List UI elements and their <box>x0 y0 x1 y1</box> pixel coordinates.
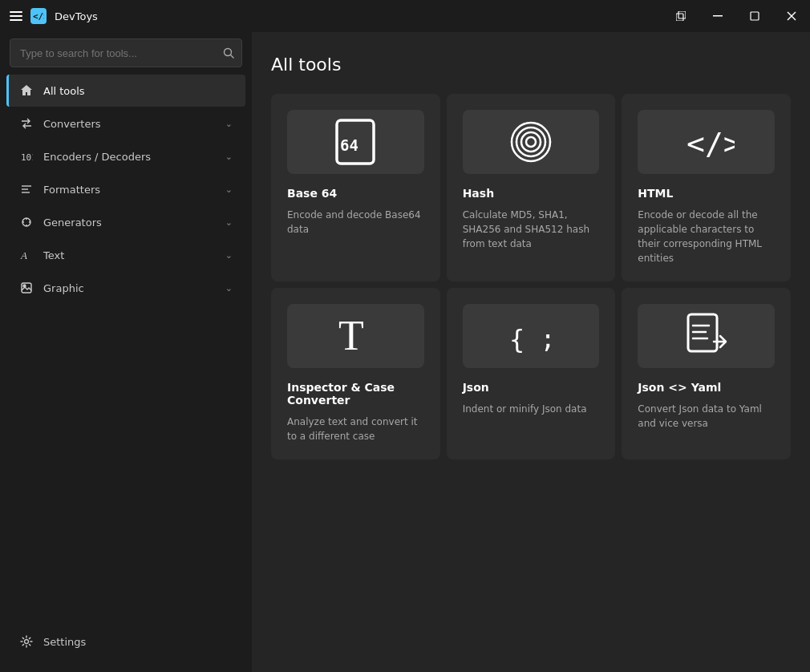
title-bar: </> DevToys <box>0 0 810 32</box>
main-layout: All tools Converters ⌄ 101 <box>0 32 810 672</box>
sidebar-footer: Settings <box>0 619 252 664</box>
settings-icon <box>19 634 34 649</box>
content-area: All tools 64 Base 64 Encode and decode B… <box>252 32 810 672</box>
sidebar-item-text[interactable]: A Text ⌄ <box>6 239 245 271</box>
tool-icon-json-yaml <box>638 304 775 368</box>
nav-items: All tools Converters ⌄ 101 <box>0 74 252 619</box>
tool-card-json[interactable]: { ; } Json Indent or minify Json data <box>447 288 616 459</box>
svg-rect-4 <box>751 12 759 20</box>
chevron-down-icon: ⌄ <box>225 184 233 195</box>
tool-desc: Indent or minify Json data <box>463 402 600 416</box>
svg-text:</>: </> <box>33 11 44 22</box>
tool-icon-html: </> <box>638 110 775 174</box>
tool-name: Base 64 <box>287 187 424 200</box>
tool-card-hash[interactable]: Hash Calculate MD5, SHA1, SHA256 and SHA… <box>447 94 616 281</box>
home-icon <box>19 83 34 98</box>
tool-icon-inspector: T <box>287 304 424 368</box>
tool-icon-base64: 64 <box>287 110 424 174</box>
tool-icon-json: { ; } <box>463 304 600 368</box>
page-title: All tools <box>271 55 791 75</box>
minimize-button[interactable] <box>699 0 736 32</box>
sidebar-item-label: Converters <box>43 118 216 130</box>
chevron-down-icon: ⌄ <box>225 217 233 228</box>
sidebar-item-all-tools[interactable]: All tools <box>6 75 245 107</box>
chevron-down-icon: ⌄ <box>225 119 233 129</box>
tool-name: Inspector & Case Converter <box>287 381 424 407</box>
sidebar-item-converters[interactable]: Converters ⌄ <box>6 107 245 140</box>
svg-text:A: A <box>20 249 27 261</box>
app-icon: </> <box>30 8 47 24</box>
generate-icon <box>19 215 34 229</box>
tool-desc: Encode and decode Base64 data <box>287 208 424 237</box>
svg-text:{ ; }: { ; } <box>509 324 559 354</box>
svg-point-17 <box>25 640 29 644</box>
sidebar-item-formatters[interactable]: Formatters ⌄ <box>6 173 245 205</box>
app-title: DevToys <box>55 10 98 22</box>
format-icon <box>19 182 34 196</box>
restore-button[interactable] <box>662 0 699 32</box>
search-bar <box>10 38 242 67</box>
text-icon: A <box>19 248 34 262</box>
sidebar-item-generators[interactable]: Generators ⌄ <box>6 206 245 238</box>
tool-desc: Analyze text and convert it to a differe… <box>287 415 424 443</box>
graphic-icon <box>19 281 34 295</box>
sidebar-item-label: Generators <box>43 217 216 229</box>
tool-card-html[interactable]: </> HTML Encode or decode all the applic… <box>622 94 791 281</box>
svg-text:64: 64 <box>340 136 358 154</box>
sidebar-item-graphic[interactable]: Graphic ⌄ <box>6 272 245 304</box>
sidebar: All tools Converters ⌄ 101 <box>0 32 252 672</box>
svg-rect-1 <box>676 14 683 21</box>
sidebar-item-label: Text <box>43 249 216 261</box>
tool-desc: Encode or decode all the applicable char… <box>638 208 775 265</box>
chevron-down-icon: ⌄ <box>225 152 233 162</box>
tool-desc: Convert Json data to Yaml and vice versa <box>638 402 775 431</box>
svg-rect-15 <box>22 283 31 293</box>
sidebar-item-label: All tools <box>43 85 233 97</box>
tool-name: HTML <box>638 187 775 200</box>
search-input[interactable] <box>10 38 242 67</box>
window-controls <box>662 0 810 32</box>
tool-name: Json <box>463 381 600 394</box>
search-icon <box>223 47 234 59</box>
svg-line-8 <box>231 55 234 59</box>
sidebar-item-label: Graphic <box>43 282 216 294</box>
close-button[interactable] <box>773 0 810 32</box>
sidebar-item-label: Formatters <box>43 184 216 196</box>
svg-text:101: 101 <box>21 152 33 163</box>
svg-text:</>: </> <box>686 126 735 161</box>
svg-point-20 <box>526 137 536 147</box>
chevron-down-icon: ⌄ <box>225 283 233 293</box>
chevron-down-icon: ⌄ <box>225 250 233 261</box>
settings-label: Settings <box>43 636 233 648</box>
title-bar-left: </> DevToys <box>10 8 98 24</box>
sidebar-item-encoders-decoders[interactable]: 101 Encoders / Decoders ⌄ <box>6 140 245 172</box>
tool-name: Json <> Yaml <box>638 381 775 394</box>
tool-icon-hash <box>463 110 600 174</box>
code-icon: 101 <box>19 149 34 164</box>
tool-card-base64[interactable]: 64 Base 64 Encode and decode Base64 data <box>271 94 440 281</box>
convert-icon <box>19 116 34 131</box>
maximize-button[interactable] <box>736 0 773 32</box>
tool-name: Hash <box>463 187 600 200</box>
svg-text:T: T <box>338 313 364 358</box>
svg-rect-2 <box>678 11 686 18</box>
menu-icon[interactable] <box>10 11 22 21</box>
tools-grid: 64 Base 64 Encode and decode Base64 data <box>271 94 791 459</box>
sidebar-item-label: Encoders / Decoders <box>43 151 216 163</box>
tool-desc: Calculate MD5, SHA1, SHA256 and SHA512 h… <box>463 208 600 251</box>
tool-card-inspector-case[interactable]: T Inspector & Case Converter Analyze tex… <box>271 288 440 459</box>
settings-item[interactable]: Settings <box>6 625 245 658</box>
svg-rect-3 <box>713 15 723 17</box>
tool-card-json-yaml[interactable]: Json <> Yaml Convert Json data to Yaml a… <box>622 288 791 459</box>
